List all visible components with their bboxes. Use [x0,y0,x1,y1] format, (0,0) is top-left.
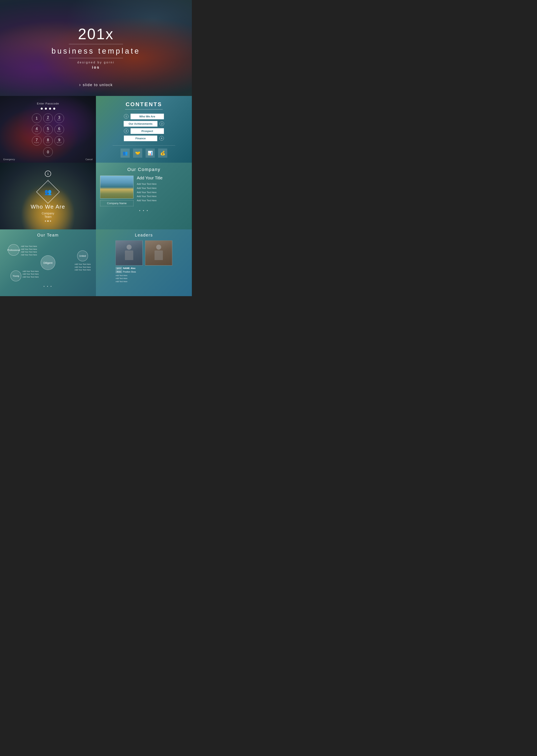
menu-btn-1[interactable]: Who We Are [131,114,164,119]
unlock-text: slide to unlock [83,83,113,87]
icon-chart: 📊 [145,148,155,158]
step-number: 1 [45,171,51,177]
leader-add-text-1: Add Text HereAdd Text HereAdd Text Here [115,274,143,283]
icon-money: 💰 [158,148,167,158]
leaders-title: Leaders [100,233,188,237]
menu-num-2: 2 [159,121,164,126]
key-3-letters: DEF [58,119,61,121]
pos-label-1: Position [123,271,131,273]
circle-diligent-label: Diligent [43,261,52,264]
menu-num-3: 3 [124,129,128,133]
leader-photo-2 [145,240,172,266]
leaders-row: gorni NAME Alex Boss Position Boss Add T… [100,240,188,283]
company-name-text: Company Name [107,202,127,205]
person-silhouette-1 [124,245,134,261]
person-head-1 [127,245,132,250]
dot-inactive-2 [50,221,51,222]
key-7-letters: PQRS [34,142,39,143]
menu-row-2: Our Achievements 2 [113,121,175,127]
slide-company: Our Company Company Name Add Your Title … [96,163,192,230]
hero-designed: designed by gorni [52,61,140,64]
hero-title: business template [52,47,140,56]
hero-divider1 [69,44,123,44]
hero-platform: ios [52,65,140,70]
menu-btn-2[interactable]: Our Achievements [124,121,157,127]
slide-leaders: Leaders gorni NAME Alex [96,230,192,296]
name-val-1: Alex [131,267,135,270]
who-dots [31,221,65,222]
key-0-num: 0 [47,150,49,154]
key-0[interactable]: 0 [43,147,53,157]
icon-handshake: 🤝 [133,148,142,158]
who-company: Company [31,212,65,215]
key-4[interactable]: 4GHI [32,125,42,134]
key-5[interactable]: 5JKL [43,125,53,134]
team-text-bl: Add Your Text HereAdd Your Text HereAdd … [22,270,39,279]
dot-active [47,221,49,222]
team-dots: • • • [0,285,96,288]
key-9[interactable]: 9WXYZ [55,136,64,146]
company-body: Company Name Add Your Title Add Your Tex… [100,176,188,206]
slide-whoweare: 1 👥 Who We Are Company Team [0,163,96,230]
key-6[interactable]: 6MNO [55,125,64,134]
dot-3 [49,107,51,110]
circle-professional-label: Professional [7,249,20,251]
name-label-1: NAME [123,267,130,270]
person-body-1 [125,250,133,260]
dot-1 [41,107,43,110]
company-content: Our Company Company Name Add Your Title … [96,163,192,217]
team-title: Our Team [4,233,92,237]
contents-title: CONTENTS [113,101,175,107]
key-3-num: 3 [58,115,60,119]
key-8[interactable]: 8TUV [43,136,53,146]
hero-divider2 [69,58,123,58]
person-silhouette-2 [153,245,164,261]
hero-content: 201x business template designed by gorni… [52,26,140,70]
company-image [100,176,134,198]
key-6-num: 6 [58,127,60,131]
key-8-letters: TUV [46,142,50,143]
company-left: Company Name [100,176,134,206]
passcode-dots [32,107,64,110]
team-diagram: Diligent Professional Young United Add Y… [4,240,92,286]
slide-grid: Enter Passcode 1 2ABC 3DEF 4GHI 5JKL 6MN… [0,96,192,296]
key-2[interactable]: 2ABC [43,113,53,123]
company-title: Our Company [100,167,188,172]
diamond-shape: 👥 [36,180,60,203]
key-5-letters: JKL [46,131,49,132]
key-3[interactable]: 3DEF [55,113,64,123]
add-text-1: Add Your Text HereAdd Your Text HereAdd … [137,182,188,203]
key-7[interactable]: 7PQRS [32,136,42,146]
slide-hero: 201x business template designed by gorni… [0,0,192,96]
team-text-tl: Add Your Text HereAdd Your Text HereAdd … [21,245,37,256]
menu-btn-4[interactable]: Finance [124,136,157,141]
key-1[interactable]: 1 [32,113,42,123]
company-dots: • • • [100,209,188,213]
company-img-inner [100,176,133,198]
hero-unlock[interactable]: › slide to unlock [79,82,113,88]
cancel-label[interactable]: Cancel [86,158,93,161]
slide-passcode: Enter Passcode 1 2ABC 3DEF 4GHI 5JKL 6MN… [0,96,96,163]
key-2-letters: ABC [46,119,50,121]
menu-row-4: Finance 4 [113,136,175,141]
person-body-2 [154,250,163,260]
person-head-2 [156,245,161,250]
menu-num-1: 1 [124,114,128,119]
pos-tag-1: Boss [115,270,122,273]
contents-content: CONTENTS 1 Who We Are Our Achievements 2… [113,101,175,158]
emergency-label[interactable]: Emergency [3,158,15,161]
pos-val-1: Boss [131,271,136,273]
leader-card-1: gorni NAME Alex Boss Position Boss Add T… [115,240,143,283]
add-title: Add Your Title [137,176,188,180]
menu-btn-3[interactable]: Prospect [131,128,164,134]
slide-contents: CONTENTS 1 Who We Are Our Achievements 2… [96,96,192,163]
key-6-letters: MNO [57,131,61,132]
dot-2 [45,107,47,110]
key-5-num: 5 [47,127,49,131]
hero-year: 201x [52,26,140,41]
team-content: Our Team Diligent Professional Young Uni… [0,230,96,290]
menu-row-1: 1 Who We Are [113,114,175,119]
passcode-content: Enter Passcode 1 2ABC 3DEF 4GHI 5JKL 6MN… [32,102,64,157]
circle-professional: Professional [8,244,20,256]
passcode-title: Enter Passcode [32,102,64,105]
